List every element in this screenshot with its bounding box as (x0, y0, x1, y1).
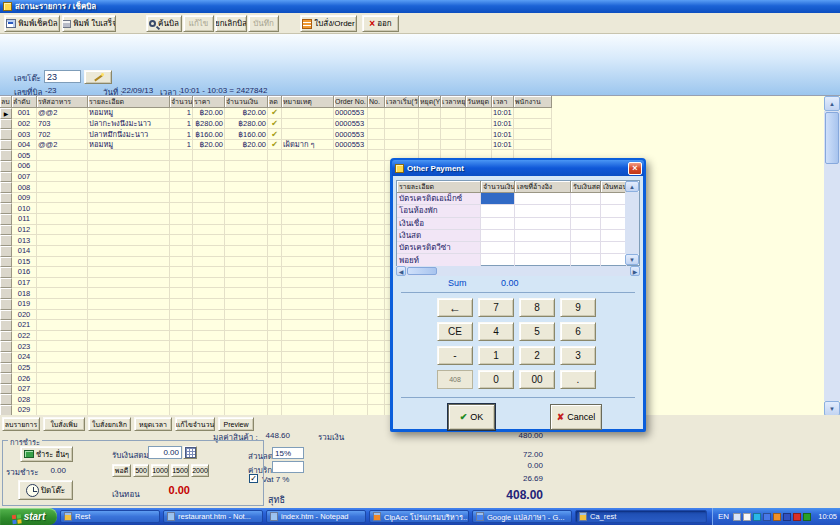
payment-grid-cell[interactable] (481, 193, 515, 205)
payment-grid-cell[interactable] (481, 242, 515, 254)
payment-method-name[interactable]: โอนห้องพัก (397, 205, 481, 217)
row-selector[interactable] (0, 246, 12, 257)
toolbar-button-0[interactable]: พิมพ์เช็คบิล (4, 15, 60, 32)
table-no-input[interactable] (44, 70, 81, 83)
scroll-down-icon[interactable]: ▼ (824, 401, 840, 416)
row-selector[interactable] (0, 352, 12, 363)
keypad-key-6[interactable]: 6 (560, 322, 596, 341)
other-payment-button[interactable]: ชำระ อื่นๆ (20, 446, 73, 462)
toolbar-button-6[interactable]: ใบสั่ง/Order (300, 15, 357, 32)
payment-grid-cell[interactable] (515, 205, 571, 217)
ok-button[interactable]: ✔ OK (448, 404, 495, 430)
toolbar-button-5[interactable]: บันทึก (248, 15, 279, 32)
clipacc-icon[interactable] (773, 513, 781, 521)
keypad-key-8[interactable]: 8 (519, 298, 555, 317)
payment-grid-cell[interactable] (571, 218, 601, 230)
table-row[interactable]: 004@@2หอมหมู1฿20.00฿20.00✔เผ็ดมาก ๆ00005… (0, 140, 553, 151)
quick-amount-button-0[interactable]: พอดี (112, 464, 131, 477)
payment-grid-cell[interactable] (571, 230, 601, 242)
quick-amount-button-4[interactable]: 2000 (191, 464, 209, 477)
row-selector[interactable] (0, 288, 12, 299)
payment-grid-cell[interactable] (601, 193, 627, 205)
row-selector[interactable] (0, 384, 12, 395)
toolbar-button-4[interactable]: ยกเลิกบิล (215, 15, 247, 32)
row-selector[interactable] (0, 267, 12, 278)
row-selector[interactable] (0, 225, 12, 236)
row-selector[interactable] (0, 214, 12, 225)
payment-grid-cell[interactable] (571, 242, 601, 254)
row-selector[interactable] (0, 299, 12, 310)
row-selector[interactable] (0, 193, 12, 204)
row-selector[interactable] (0, 161, 12, 172)
taskbar-task-3[interactable]: ClpAcc โปรแกรมบริหาร... (369, 510, 469, 523)
row-selector[interactable] (0, 394, 12, 405)
payment-grid-cell[interactable] (601, 242, 627, 254)
payment-grid-cell[interactable] (481, 230, 515, 242)
action-button-5[interactable]: Preview (218, 417, 254, 431)
keypad-key-5[interactable]: 5 (519, 322, 555, 341)
payment-method-row[interactable]: พอยท์ (397, 254, 639, 266)
taskbar-task-5[interactable]: Ca_rest (575, 510, 707, 523)
payment-grid-body[interactable]: บัตรเครดิตเอเม็กซ์โอนห้องพักเงินเชื่อเงิ… (397, 193, 639, 267)
scroll-up-icon[interactable]: ▲ (824, 96, 840, 111)
close-icon[interactable]: × (628, 162, 642, 175)
keypad-key-1[interactable]: 1 (478, 346, 514, 365)
payment-method-row[interactable]: โอนห้องพัก (397, 205, 639, 217)
scheduler-icon[interactable] (803, 513, 811, 521)
keypad-backspace[interactable]: ← (437, 298, 473, 317)
payment-grid-cell[interactable] (515, 242, 571, 254)
payment-method-name[interactable]: พอยท์ (397, 254, 481, 266)
row-selector[interactable] (0, 278, 12, 289)
row-selector[interactable] (0, 119, 12, 130)
close-table-button[interactable]: ปิดโต๊ะ (18, 480, 73, 500)
language-indicator[interactable]: EN (718, 512, 729, 521)
row-selector[interactable] (0, 129, 12, 140)
row-selector[interactable] (0, 331, 12, 342)
keypad-key-.[interactable]: . (560, 370, 596, 389)
keypad-key-4[interactable]: 4 (478, 322, 514, 341)
toolbar-button-1[interactable]: พิมพ์ ใบเสร็จ (62, 15, 116, 32)
keypad-key-00[interactable]: 00 (519, 370, 555, 389)
row-selector[interactable]: ▶ (0, 108, 12, 119)
row-selector[interactable] (0, 172, 12, 183)
payment-method-row[interactable]: เงินเชื่อ (397, 218, 639, 230)
row-selector[interactable] (0, 373, 12, 384)
row-selector[interactable] (0, 140, 12, 151)
help-icon[interactable] (743, 513, 751, 521)
payment-method-name[interactable]: บัตรเครดิตเอเม็กซ์ (397, 193, 481, 205)
payment-grid-cell[interactable] (515, 230, 571, 242)
payment-grid-cell[interactable] (601, 218, 627, 230)
taskbar-task-0[interactable]: Rest (60, 510, 160, 523)
payment-grid-cell[interactable] (601, 230, 627, 242)
discount-input[interactable] (272, 447, 304, 459)
action-button-3[interactable]: หยุดเวลา (134, 417, 172, 431)
taskbar-task-2[interactable]: index.htm - Notepad (266, 510, 366, 523)
taskbar-task-1[interactable]: restaurant.htm - Not... (163, 510, 263, 523)
quick-amount-button-3[interactable]: 1500 (171, 464, 189, 477)
cancel-button[interactable]: ✘ Cancel (550, 404, 602, 430)
payment-grid-cell[interactable] (571, 205, 601, 217)
cash-input[interactable] (148, 446, 182, 459)
row-selector[interactable] (0, 150, 12, 161)
bluetooth-icon[interactable] (753, 513, 761, 521)
table-lookup-button[interactable] (84, 70, 112, 84)
action-button-2[interactable]: ใบสั่งยกเลิก (88, 417, 131, 431)
payment-method-row[interactable]: บัตรเครดิตวีซ่า (397, 242, 639, 254)
table-row[interactable]: ▶001@@2หอมหมู1฿20.00฿20.00✔000055310:01 (0, 108, 553, 119)
payment-grid-cell[interactable] (515, 254, 571, 266)
payment-grid-cell[interactable] (515, 193, 571, 205)
payment-method-row[interactable]: เงินสด (397, 230, 639, 242)
payment-grid-cell[interactable] (481, 218, 515, 230)
action-button-0[interactable]: ลบรายการ (2, 417, 40, 431)
scroll-thumb[interactable] (825, 112, 839, 164)
volume-icon[interactable] (783, 513, 791, 521)
keypad-key--[interactable]: - (437, 346, 473, 365)
toolbar-button-7[interactable]: ×ออก (362, 15, 399, 32)
row-selector[interactable] (0, 182, 12, 193)
action-button-1[interactable]: ใบสั่งเพิ่ม (43, 417, 85, 431)
quick-amount-button-1[interactable]: 500 (133, 464, 149, 477)
row-selector[interactable] (0, 320, 12, 331)
keypad-key-7[interactable]: 7 (478, 298, 514, 317)
row-selector[interactable] (0, 257, 12, 268)
payment-grid-cell[interactable] (481, 254, 515, 266)
